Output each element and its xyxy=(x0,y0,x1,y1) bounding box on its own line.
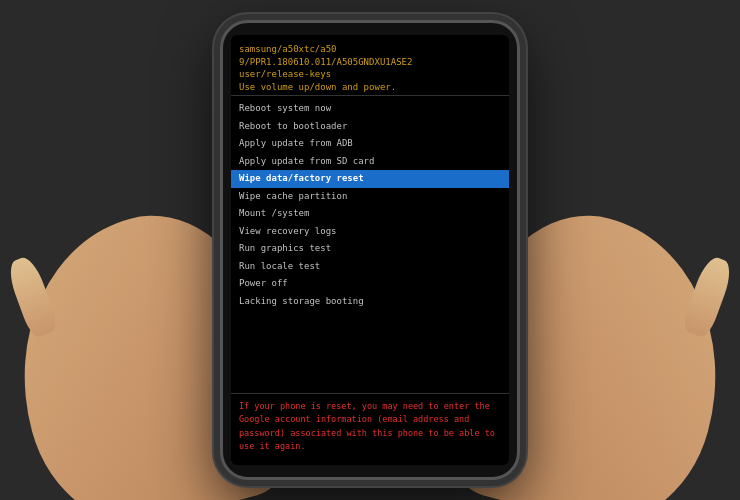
menu-item-9[interactable]: Run locale test xyxy=(231,258,509,276)
menu-item-7[interactable]: View recovery logs xyxy=(231,223,509,241)
warning-text: If your phone is reset, you may need to … xyxy=(239,400,501,453)
device-line-3: user/release-keys xyxy=(239,68,501,81)
device-info: samsung/a50xtc/a50 9/PPR1.180610.011/A50… xyxy=(231,41,509,96)
recovery-screen: samsung/a50xtc/a50 9/PPR1.180610.011/A50… xyxy=(231,35,509,465)
volume-down-button[interactable] xyxy=(220,143,222,183)
menu-item-4[interactable]: Wipe data/factory reset xyxy=(231,170,509,188)
warning-section: If your phone is reset, you may need to … xyxy=(231,393,509,459)
volume-up-button[interactable] xyxy=(220,103,222,133)
device-line-4: Use volume up/down and power. xyxy=(239,81,501,94)
menu-item-11[interactable]: Lacking storage booting xyxy=(231,293,509,311)
scene: samsung/a50xtc/a50 9/PPR1.180610.011/A50… xyxy=(0,0,740,500)
phone: samsung/a50xtc/a50 9/PPR1.180610.011/A50… xyxy=(220,20,520,480)
menu-item-6[interactable]: Mount /system xyxy=(231,205,509,223)
bixby-button[interactable] xyxy=(220,193,222,233)
menu-item-3[interactable]: Apply update from SD card xyxy=(231,153,509,171)
menu-item-5[interactable]: Wipe cache partition xyxy=(231,188,509,206)
menu-item-1[interactable]: Reboot to bootloader xyxy=(231,118,509,136)
menu-item-2[interactable]: Apply update from ADB xyxy=(231,135,509,153)
menu-item-8[interactable]: Run graphics test xyxy=(231,240,509,258)
menu-item-0[interactable]: Reboot system now xyxy=(231,100,509,118)
menu-item-10[interactable]: Power off xyxy=(231,275,509,293)
power-button[interactable] xyxy=(518,123,520,173)
recovery-menu: Reboot system nowReboot to bootloaderApp… xyxy=(231,100,509,393)
device-line-1: samsung/a50xtc/a50 xyxy=(239,43,501,56)
device-line-2: 9/PPR1.180610.011/A505GNDXU1ASE2 xyxy=(239,56,501,69)
